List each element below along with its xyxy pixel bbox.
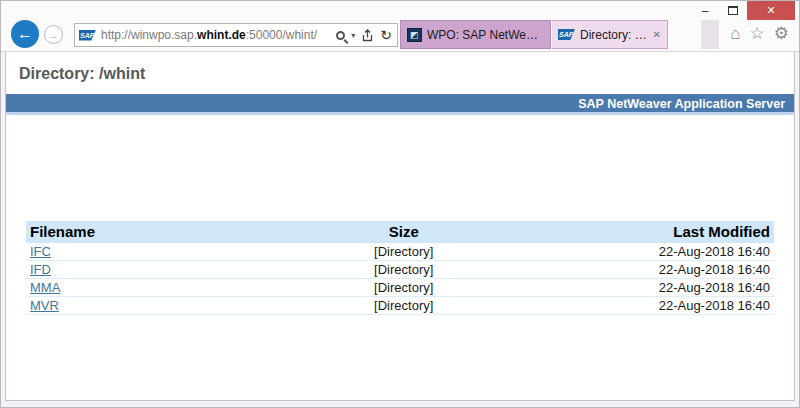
size-cell: [Directory]: [310, 279, 497, 297]
last-modified-cell: 22-Aug-2018 16:40: [497, 261, 774, 279]
window-controls: – ✕: [691, 1, 795, 20]
banner-text: SAP NetWeaver Application Server: [578, 97, 785, 111]
last-modified-cell: 22-Aug-2018 16:40: [497, 279, 774, 297]
directory-link[interactable]: IFC: [30, 244, 51, 259]
column-header-last-modified: Last Modified: [497, 221, 774, 243]
directory-link[interactable]: MMA: [30, 280, 60, 295]
sap-netweaver-banner: SAP NetWeaver Application Server: [6, 94, 794, 115]
address-bar[interactable]: SAP http://winwpo.sap.whint.de:50000/whi…: [74, 23, 398, 47]
last-modified-cell: 22-Aug-2018 16:40: [497, 243, 774, 261]
share-icon[interactable]: [361, 29, 374, 42]
chrome-action-icons: ⌂ ☆ ⚙: [730, 25, 789, 42]
directory-listing-table: Filename Size Last Modified IFC[Director…: [26, 221, 774, 315]
tab-label: WPO: SAP NetWeaver P...: [427, 28, 544, 42]
back-arrow-icon: ←: [17, 25, 33, 43]
size-cell: [Directory]: [310, 261, 497, 279]
address-bar-icons: ▾ ↻: [336, 28, 392, 42]
column-header-size: Size: [310, 221, 497, 243]
size-cell: [Directory]: [310, 297, 497, 315]
tab-directory-whint[interactable]: SAP Directory: /whint ✕: [552, 20, 668, 49]
table-row: IFD[Directory]22-Aug-2018 16:40: [26, 261, 774, 279]
forward-button[interactable]: →: [44, 25, 63, 44]
refresh-icon[interactable]: ↻: [380, 28, 392, 42]
filename-cell: MMA: [26, 279, 310, 297]
directory-link[interactable]: IFD: [30, 262, 51, 277]
table-row: IFC[Directory]22-Aug-2018 16:40: [26, 243, 774, 261]
filename-cell: IFD: [26, 261, 310, 279]
table-header-row: Filename Size Last Modified: [26, 221, 774, 243]
home-icon[interactable]: ⌂: [730, 25, 740, 42]
close-button[interactable]: ✕: [747, 1, 795, 20]
url-text[interactable]: http://winwpo.sap.whint.de:50000/whint/: [101, 28, 317, 42]
column-header-filename: Filename: [26, 221, 310, 243]
portal-favicon-icon: [407, 28, 422, 42]
last-modified-cell: 22-Aug-2018 16:40: [497, 297, 774, 315]
sap-favicon-icon: SAP: [558, 29, 575, 40]
size-cell: [Directory]: [310, 243, 497, 261]
maximize-button[interactable]: [719, 1, 747, 20]
filename-cell: IFC: [26, 243, 310, 261]
tab-wpo-portal[interactable]: WPO: SAP NetWeaver P...: [400, 20, 551, 49]
table-row: MVR[Directory]22-Aug-2018 16:40: [26, 297, 774, 315]
spacer: [6, 115, 794, 221]
window-frame: Directory: /whint SAP NetWeaver Applicat…: [1, 52, 799, 407]
table-row: MMA[Directory]22-Aug-2018 16:40: [26, 279, 774, 297]
back-button[interactable]: ←: [11, 20, 39, 48]
page-title: Directory: /whint: [6, 52, 794, 94]
forward-arrow-icon: →: [48, 29, 59, 41]
filename-cell: MVR: [26, 297, 310, 315]
favorites-star-icon[interactable]: ☆: [750, 25, 765, 42]
tab-label: Directory: /whint: [580, 28, 649, 42]
browser-chrome: – ✕ ← → SAP http://winwpo.sap.whint.de:5…: [1, 1, 799, 52]
sap-favicon-icon: SAP: [79, 30, 96, 41]
settings-gear-icon[interactable]: ⚙: [774, 25, 789, 42]
page-viewport: Directory: /whint SAP NetWeaver Applicat…: [5, 52, 795, 401]
search-icon[interactable]: [336, 31, 345, 40]
autocomplete-dropdown-icon[interactable]: ▾: [351, 31, 355, 40]
tab-close-icon[interactable]: ✕: [653, 29, 661, 40]
browser-window: – ✕ ← → SAP http://winwpo.sap.whint.de:5…: [0, 0, 800, 408]
minimize-button[interactable]: –: [691, 1, 719, 20]
directory-link[interactable]: MVR: [30, 298, 59, 313]
new-tab-button[interactable]: [701, 20, 719, 49]
maximize-icon: [728, 6, 738, 15]
